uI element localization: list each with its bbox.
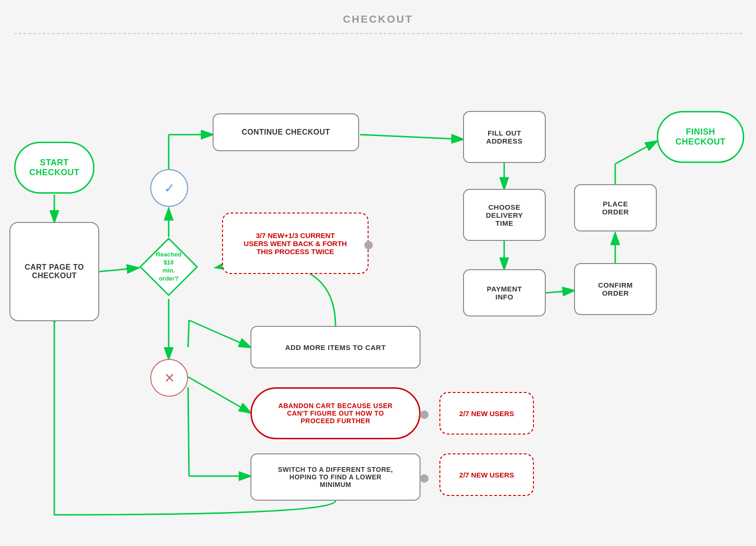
divider (14, 33, 742, 34)
x-circle: ✕ (150, 359, 188, 397)
check-circle: ✓ (150, 169, 188, 207)
svg-line-8 (360, 135, 464, 139)
connector-dot-switch (420, 474, 429, 483)
diamond-node: Reached $10min. order? (138, 236, 199, 298)
finish-checkout-node: FINISHCHECKOUT (657, 111, 744, 163)
annotation-new-users-abandon: 2/7 NEW USERS (439, 392, 534, 435)
confirm-order-node: CONFIRMORDER (574, 263, 657, 315)
annotation-new-users-switch: 2/7 NEW USERS (439, 453, 534, 496)
diamond-svg (138, 236, 756, 546)
connector-dot-went-back (364, 241, 373, 249)
start-checkout-node: STARTCHECKOUT (14, 142, 94, 194)
annotation-went-back: 3/7 NEW+1/3 CURRENTUSERS WENT BACK & FOR… (222, 213, 369, 274)
diagram-container: STARTCHECKOUT CART PAGE TOCHECKOUT Reach… (0, 38, 756, 546)
switch-store-node: SWITCH TO A DIFFERENT STORE,HOPING TO FI… (250, 453, 421, 501)
continue-checkout-node: CONTINUE CHECKOUT (213, 113, 359, 151)
choose-delivery-node: CHOOSEDELIVERYTIME (463, 189, 546, 241)
fill-address-node: FILL OUTADDRESS (463, 111, 546, 163)
page-title: CHECKOUT (0, 0, 756, 33)
svg-line-14 (615, 141, 658, 164)
diamond-label: Reached $10min. order? (154, 251, 184, 283)
place-order-node: PLACEORDER (574, 184, 657, 231)
svg-line-4 (99, 268, 139, 272)
cart-page-node: CART PAGE TOCHECKOUT (9, 222, 99, 321)
add-more-node: ADD MORE ITEMS TO CART (250, 326, 421, 368)
connector-dot-abandon (420, 410, 429, 419)
payment-info-node: PAYMENTINFO (463, 269, 546, 316)
abandon-node: ABANDON CART BECAUSE USERCAN'T FIGURE OU… (250, 387, 421, 439)
